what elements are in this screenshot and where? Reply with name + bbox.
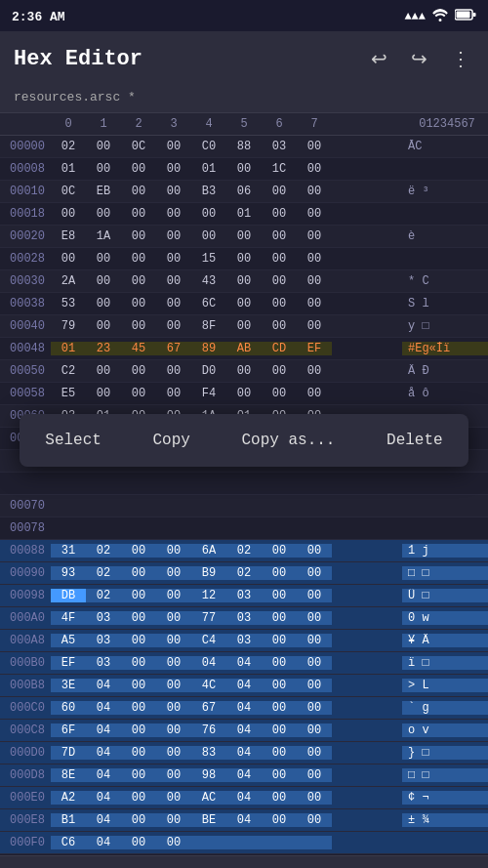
table-row[interactable]: 000B83E0400004C040000> L [0,675,488,697]
hex-byte[interactable]: 04 [86,679,121,692]
hex-byte[interactable]: 7D [51,746,86,760]
hex-byte[interactable]: 00 [156,813,191,827]
hex-byte[interactable]: 98 [191,768,226,782]
hex-byte[interactable]: 00 [262,679,297,692]
hex-byte[interactable]: 00 [156,768,191,782]
table-row[interactable]: 000C06004000067040000` g [0,697,488,720]
hex-byte[interactable]: 03 [86,656,121,670]
more-button[interactable]: ⋮ [447,43,474,74]
hex-byte[interactable]: 04 [226,656,262,670]
hex-byte[interactable]: 00 [121,229,156,243]
hex-byte[interactable]: 00 [297,566,332,580]
hex-byte[interactable]: 00 [156,679,191,692]
hex-byte[interactable]: 00 [121,836,156,849]
hex-byte[interactable]: 00 [156,207,191,221]
table-row[interactable]: 00038530000006C000000S l [0,293,488,315]
hex-byte[interactable]: 04 [86,791,121,805]
hex-byte[interactable]: 00 [156,162,191,176]
hex-byte[interactable]: 8F [191,319,226,333]
hex-byte[interactable]: 00 [297,701,332,715]
hex-byte[interactable]: 00 [297,297,332,310]
hex-byte[interactable]: 02 [86,544,121,558]
hex-byte[interactable]: EF [297,342,332,355]
hex-byte[interactable]: E5 [51,387,86,400]
hex-byte[interactable]: 00 [297,589,332,602]
hex-byte[interactable]: 00 [262,364,297,378]
table-row[interactable]: 000E8B1040000BE040000± ¾ [0,809,488,832]
hex-byte[interactable]: 04 [86,746,121,760]
hex-byte[interactable]: 00 [297,544,332,558]
hex-byte[interactable]: 00 [121,544,156,558]
hex-byte[interactable]: 04 [226,813,262,827]
hex-byte[interactable]: 0C [51,185,86,198]
undo-button[interactable]: ↩ [367,43,391,74]
hex-byte[interactable]: 04 [226,723,262,737]
hex-byte[interactable]: 00 [297,746,332,760]
hex-byte[interactable]: 00 [86,364,121,378]
hex-byte[interactable]: EB [86,185,121,198]
hex-byte[interactable]: B1 [51,813,86,827]
hex-byte[interactable]: F4 [191,387,226,400]
hex-byte[interactable]: 00 [297,364,332,378]
context-copy-button[interactable]: Copy [137,424,205,457]
hex-byte[interactable]: 23 [86,342,121,355]
hex-byte[interactable]: 00 [121,387,156,400]
hex-byte[interactable]: 4C [191,679,226,692]
hex-byte[interactable]: 04 [86,836,121,849]
table-row[interactable]: 000A04F030000770300000 w [0,607,488,630]
table-row[interactable]: 000B0EF03000004040000ï □ [0,652,488,675]
hex-byte[interactable]: 00 [51,207,86,221]
hex-byte[interactable]: B9 [191,566,226,580]
hex-byte[interactable]: 4F [51,611,86,625]
hex-byte[interactable]: 00 [262,387,297,400]
table-row[interactable]: 000480123456789ABCDEF#Eg«Íï [0,338,488,360]
hex-byte[interactable]: 00 [156,589,191,602]
hex-byte[interactable]: 04 [226,791,262,805]
hex-byte[interactable]: 00 [121,701,156,715]
hex-byte[interactable]: C4 [191,634,226,647]
hex-byte[interactable]: 00 [262,813,297,827]
hex-byte[interactable]: 00 [226,297,262,310]
hex-byte[interactable]: 00 [262,207,297,221]
hex-byte[interactable]: 00 [297,207,332,221]
table-row[interactable]: 0000002000C00C0880300ĀC [0,136,488,158]
hex-byte[interactable]: 03 [226,589,262,602]
hex-byte[interactable]: 1A [86,229,121,243]
hex-byte[interactable]: 00 [156,746,191,760]
table-row[interactable]: 000D88E04000098040000□ □ [0,765,488,787]
hex-byte[interactable]: 00 [226,364,262,378]
hex-byte[interactable]: 00 [262,656,297,670]
hex-byte[interactable]: 00 [262,185,297,198]
hex-byte[interactable]: 93 [51,566,86,580]
hex-byte[interactable]: 00 [121,634,156,647]
hex-byte[interactable]: 88 [226,140,262,153]
hex-byte[interactable]: 00 [297,813,332,827]
hex-byte[interactable]: 00 [262,252,297,266]
hex-byte[interactable]: AC [191,791,226,805]
hex-byte[interactable]: 00 [156,185,191,198]
hex-byte[interactable]: 00 [297,679,332,692]
hex-byte[interactable]: C2 [51,364,86,378]
hex-byte[interactable]: 02 [86,566,121,580]
hex-byte[interactable]: 04 [226,701,262,715]
hex-byte[interactable]: CD [262,342,297,355]
table-row[interactable]: 00020E81A000000000000è [0,226,488,248]
hex-byte[interactable]: C6 [51,836,86,849]
hex-byte[interactable]: 00 [86,274,121,288]
hex-byte[interactable]: 83 [191,746,226,760]
hex-byte[interactable]: 00 [262,589,297,602]
hex-byte[interactable]: 0C [121,140,156,153]
table-row[interactable]: 00078 [0,517,488,540]
hex-byte[interactable]: 00 [156,701,191,715]
hex-byte[interactable]: 00 [121,162,156,176]
hex-byte[interactable]: 00 [156,140,191,153]
hex-byte[interactable]: 00 [297,162,332,176]
table-row[interactable]: 000280000000015000000 [0,248,488,270]
hex-byte[interactable]: 53 [51,297,86,310]
hex-byte[interactable]: 00 [156,634,191,647]
table-row[interactable]: 000E0A2040000AC040000¢ ¬ [0,787,488,809]
hex-byte[interactable]: 76 [191,723,226,737]
table-row[interactable]: 000180000000000010000 [0,203,488,226]
hex-byte[interactable]: 01 [191,162,226,176]
hex-byte[interactable]: 77 [191,611,226,625]
